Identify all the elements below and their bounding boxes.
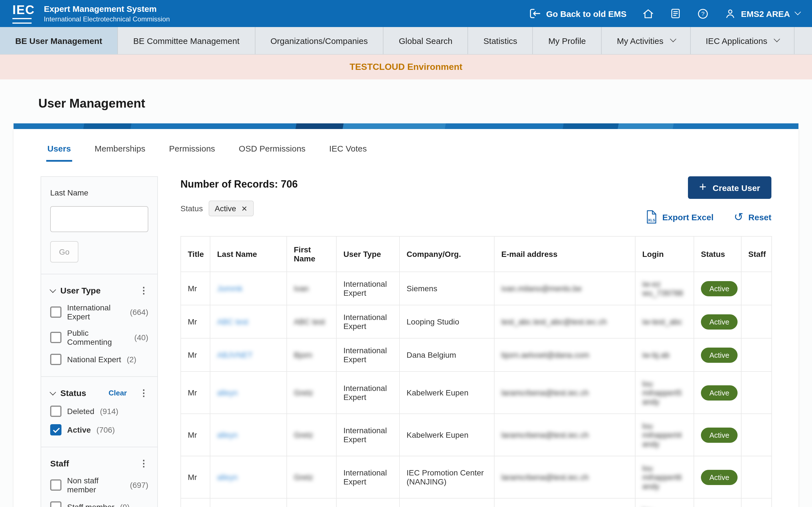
nav-tab-statistics[interactable]: Statistics	[468, 27, 533, 54]
filter-option-count: (2)	[126, 355, 136, 364]
tab-iec-votes[interactable]: IEC Votes	[328, 139, 368, 162]
last-name-link[interactable]: alleyn	[217, 431, 238, 439]
home-icon[interactable]	[642, 8, 654, 19]
last-name-link[interactable]: ABC test	[217, 317, 248, 326]
results-panel: Number of Records: 706 Status Active ✕	[181, 176, 771, 507]
status-badge: Active	[701, 314, 738, 329]
kebab-menu-icon[interactable]: ⋮	[139, 286, 148, 295]
nav-tab-be-committee-management[interactable]: BE Committee Management	[118, 27, 255, 54]
cell-user-type: International Expert	[336, 372, 400, 414]
login-text: lou mihappert5 andy	[642, 379, 682, 406]
cell-staff	[741, 305, 772, 338]
filter-option-active[interactable]: Active (706)	[50, 424, 148, 436]
checkbox-icon[interactable]	[50, 354, 61, 365]
nav-tab-my-activities[interactable]: My Activities	[602, 27, 691, 54]
top-header: IEC Expert Management System Internation…	[0, 0, 812, 27]
sidebar-divider	[41, 447, 157, 447]
kebab-menu-icon[interactable]: ⋮	[139, 388, 148, 397]
status-badge: Active	[701, 281, 738, 296]
cell-company: Dana Belgium	[400, 338, 494, 372]
reset-label: Reset	[748, 212, 771, 222]
tab-permissions[interactable]: Permissions	[168, 139, 216, 162]
cell-last-name: alleyn	[210, 414, 287, 456]
last-name-link[interactable]: alleyn	[217, 388, 238, 397]
chevron-down-icon[interactable]	[50, 389, 56, 395]
filter-option-label: Active	[67, 425, 91, 434]
login-text: lou mihappert4 andy	[642, 421, 682, 448]
person-icon	[725, 8, 736, 19]
nav-tab-be-user-management[interactable]: BE User Management	[0, 27, 118, 54]
status-filter-chip[interactable]: Active ✕	[208, 201, 253, 216]
cell-email: laramcrbena@test.iec.ch	[494, 498, 635, 507]
tab-memberships[interactable]: Memberships	[93, 139, 146, 162]
login-text: iw-test_abc	[642, 317, 682, 326]
reset-button[interactable]: ↺ Reset	[734, 211, 771, 223]
table-row: Mr alleyn Gretz International Expert IEC…	[181, 456, 772, 498]
tab-osd-permissions[interactable]: OSD Permissions	[238, 139, 307, 162]
nav-tab-label: Organizations/Companies	[270, 36, 368, 45]
column-header-staff: Staff	[741, 236, 772, 272]
kebab-menu-icon[interactable]: ⋮	[139, 459, 148, 468]
cell-first-name: Ivan	[287, 272, 336, 305]
go-button[interactable]: Go	[50, 241, 79, 263]
go-back-old-ems-link[interactable]: Go Back to old EMS	[529, 7, 626, 20]
filter-option-non-staff-member[interactable]: Non staff member (697)	[50, 476, 148, 494]
close-icon[interactable]: ✕	[241, 204, 248, 213]
cell-last-name: ABC test	[210, 305, 287, 338]
export-excel-label: Export Excel	[662, 212, 714, 222]
filter-option-public-commenting[interactable]: Public Commenting (40)	[50, 328, 148, 346]
xls-file-icon: XLS	[645, 210, 657, 224]
last-name-link[interactable]: ABJVNET	[217, 350, 253, 359]
cell-last-name: alleyn	[210, 372, 287, 414]
nav-tab-organizations-companies[interactable]: Organizations/Companies	[255, 27, 384, 54]
filter-option-international-expert[interactable]: International Expert (664)	[50, 303, 148, 321]
tab-users[interactable]: Users	[46, 139, 72, 162]
cell-company: Siemens	[400, 272, 494, 305]
status-clear-link[interactable]: Clear	[109, 389, 127, 397]
login-text: iw-bj.ab	[642, 350, 670, 359]
table-row: Mr alleyn Gretz International Expert Kab…	[181, 414, 772, 456]
go-back-old-ems-label: Go Back to old EMS	[546, 9, 626, 18]
cell-user-type: International Expert	[336, 338, 400, 372]
status-badge: Active	[701, 385, 738, 400]
checkbox-icon[interactable]	[50, 306, 61, 318]
last-name-link[interactable]: Jommk	[217, 284, 243, 293]
checkbox-icon[interactable]	[50, 332, 61, 343]
status-badge: Active	[701, 347, 738, 362]
user-area-menu[interactable]: EMS2 AREA	[725, 8, 800, 19]
last-name-input[interactable]	[50, 206, 148, 232]
nav-tab-label: Statistics	[484, 36, 517, 45]
records-count: Number of Records: 706	[181, 179, 298, 190]
document-list-icon[interactable]	[670, 8, 681, 19]
column-header-company: Company/Org.	[400, 236, 494, 272]
nav-tab-my-profile[interactable]: My Profile	[533, 27, 602, 54]
checkbox-icon[interactable]	[50, 406, 61, 417]
filter-option-count: (706)	[96, 425, 115, 434]
cell-email: laramcrbena@test.iec.ch	[494, 456, 635, 498]
chevron-down-icon[interactable]	[50, 286, 56, 293]
user-type-section-header: User Type ⋮	[50, 286, 148, 295]
nav-tab-iec-applications[interactable]: IEC Applications	[691, 27, 794, 54]
filter-option-national-expert[interactable]: National Expert (2)	[50, 354, 148, 365]
table-row: Mr alleyn Gretz International Expert Sie…	[181, 498, 772, 507]
export-excel-button[interactable]: XLS Export Excel	[645, 210, 714, 224]
checkbox-icon[interactable]	[50, 501, 61, 507]
cell-title: Mr	[181, 456, 210, 498]
cell-email: bjorn.aelvoet@dana.com	[494, 338, 635, 372]
cell-first-name: Gretz	[287, 456, 336, 498]
filter-option-staff-member[interactable]: Staff member (9)	[50, 501, 148, 507]
cell-status: Active	[694, 272, 741, 305]
cell-status: Active	[694, 372, 741, 414]
nav-tab-global-search[interactable]: Global Search	[384, 27, 468, 54]
cell-last-name: alleyn	[210, 456, 287, 498]
cell-email: laramcrbena@test.iec.ch	[494, 372, 635, 414]
filter-option-deleted[interactable]: Deleted (914)	[50, 406, 148, 417]
help-icon[interactable]: ?	[697, 8, 709, 19]
nav-tab-label: IEC Applications	[706, 36, 767, 45]
chip-value: Active	[214, 204, 236, 213]
login-text: lou mihappert7 andy	[642, 506, 682, 507]
checkbox-checked-icon[interactable]	[50, 424, 61, 436]
create-user-button[interactable]: + Create User	[688, 176, 771, 199]
last-name-link[interactable]: alleyn	[217, 473, 238, 482]
checkbox-icon[interactable]	[50, 480, 61, 491]
